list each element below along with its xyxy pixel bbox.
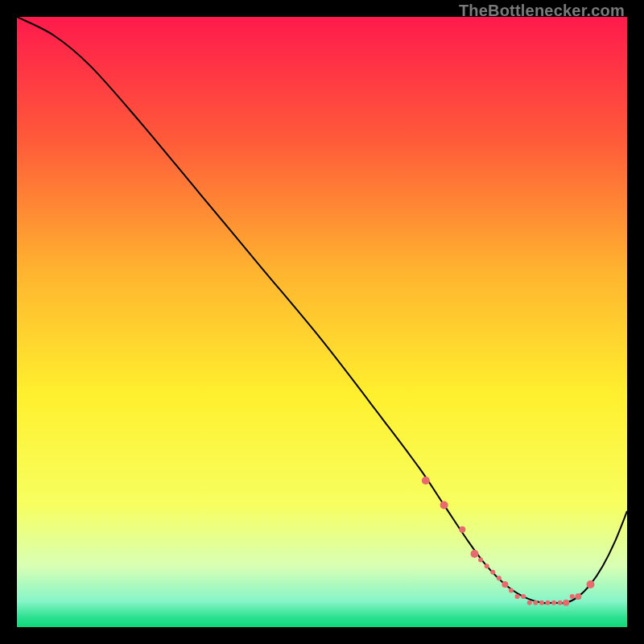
marker-dot — [515, 594, 520, 599]
marker-dot — [551, 601, 556, 605]
marker-dot — [570, 594, 575, 599]
gradient-bg — [17, 17, 627, 627]
marker-dot — [575, 593, 581, 600]
marker-dot — [527, 601, 532, 605]
marker-dot — [485, 564, 489, 568]
marker-dot — [502, 581, 508, 588]
marker-dot — [459, 526, 465, 533]
marker-dot — [490, 570, 495, 575]
marker-dot — [422, 477, 430, 485]
marker-dot — [539, 601, 544, 605]
marker-dot — [471, 550, 479, 558]
marker-dot — [440, 501, 448, 509]
bottleneck-chart — [17, 17, 627, 627]
chart-frame — [17, 17, 627, 627]
marker-dot — [509, 588, 514, 593]
marker-dot — [545, 601, 550, 605]
marker-dot — [563, 600, 569, 606]
marker-dot — [558, 601, 563, 605]
marker-dot — [497, 576, 502, 580]
marker-dot — [587, 580, 595, 588]
marker-dot — [521, 594, 526, 599]
marker-dot — [478, 558, 483, 563]
marker-dot — [533, 601, 538, 605]
